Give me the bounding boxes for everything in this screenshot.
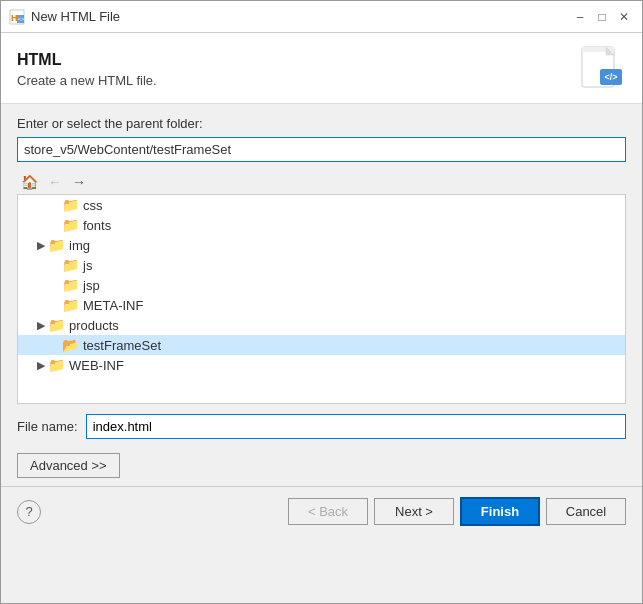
tree-label-products: products (69, 318, 119, 333)
tree-back-button[interactable]: ← (44, 172, 66, 192)
header-section: HTML Create a new HTML file. </> (1, 33, 642, 104)
advanced-section: Advanced >> (1, 449, 642, 486)
svg-text:</>: </> (604, 72, 617, 82)
close-button[interactable]: ✕ (614, 7, 634, 27)
header-title: HTML (17, 51, 157, 69)
html-header-icon: </> (578, 45, 626, 93)
button-bar: ? < Back Next > Finish Cancel (1, 486, 642, 536)
tree-label-img: img (69, 238, 90, 253)
tree-item-testframeset[interactable]: 📂 testFrameSet (18, 335, 625, 355)
folder-icon-web-inf: 📁 (48, 357, 65, 373)
folder-icon-meta-inf: 📁 (62, 297, 79, 313)
tree-item-css[interactable]: 📁 css (18, 195, 625, 215)
expand-icon-products: ▶ (34, 319, 48, 332)
folder-icon-css: 📁 (62, 197, 79, 213)
header-left: HTML Create a new HTML file. (17, 51, 157, 88)
folder-tree[interactable]: 📁 css 📁 fonts ▶ 📁 img 📁 js (17, 194, 626, 404)
header-subtitle: Create a new HTML file. (17, 73, 157, 88)
filename-input[interactable] (86, 414, 626, 439)
tree-home-button[interactable]: 🏠 (17, 172, 42, 192)
folder-section: Enter or select the parent folder: (1, 104, 642, 170)
tree-item-meta-inf[interactable]: 📁 META-INF (18, 295, 625, 315)
tree-item-fonts[interactable]: 📁 fonts (18, 215, 625, 235)
next-button[interactable]: Next > (374, 498, 454, 525)
tree-item-js[interactable]: 📁 js (18, 255, 625, 275)
folder-input[interactable] (17, 137, 626, 162)
dialog-title-icon: H <> (9, 9, 25, 25)
maximize-button[interactable]: □ (592, 7, 612, 27)
tree-item-products[interactable]: ▶ 📁 products (18, 315, 625, 335)
tree-item-web-inf[interactable]: ▶ 📁 WEB-INF (18, 355, 625, 375)
filename-label: File name: (17, 419, 78, 434)
dialog-content: HTML Create a new HTML file. </> Enter o… (1, 33, 642, 603)
expand-icon-web-inf: ▶ (34, 359, 48, 372)
tree-label-css: css (83, 198, 103, 213)
help-button[interactable]: ? (17, 500, 41, 524)
tree-item-jsp[interactable]: 📁 jsp (18, 275, 625, 295)
cancel-button[interactable]: Cancel (546, 498, 626, 525)
folder-icon-img: 📁 (48, 237, 65, 253)
folder-icon-js: 📁 (62, 257, 79, 273)
title-bar: H <> New HTML File – □ ✕ (1, 1, 642, 33)
dialog-title: New HTML File (31, 9, 120, 24)
advanced-button[interactable]: Advanced >> (17, 453, 120, 478)
folder-icon-jsp: 📁 (62, 277, 79, 293)
tree-toolbar: 🏠 ← → (1, 170, 642, 194)
tree-label-meta-inf: META-INF (83, 298, 143, 313)
folder-icon-fonts: 📁 (62, 217, 79, 233)
tree-label-jsp: jsp (83, 278, 100, 293)
tree-label-web-inf: WEB-INF (69, 358, 124, 373)
folder-label: Enter or select the parent folder: (17, 116, 626, 131)
tree-label-testframeset: testFrameSet (83, 338, 161, 353)
folder-icon-products: 📁 (48, 317, 65, 333)
title-bar-buttons: – □ ✕ (570, 7, 634, 27)
tree-label-fonts: fonts (83, 218, 111, 233)
title-bar-left: H <> New HTML File (9, 9, 120, 25)
minimize-button[interactable]: – (570, 7, 590, 27)
folder-icon-testframeset: 📂 (62, 337, 79, 353)
expand-icon-img: ▶ (34, 239, 48, 252)
tree-item-img[interactable]: ▶ 📁 img (18, 235, 625, 255)
new-html-file-dialog: H <> New HTML File – □ ✕ HTML Create a n… (0, 0, 643, 604)
svg-text:<>: <> (18, 16, 26, 22)
tree-label-js: js (83, 258, 92, 273)
back-button[interactable]: < Back (288, 498, 368, 525)
filename-section: File name: (1, 404, 642, 449)
finish-button[interactable]: Finish (460, 497, 540, 526)
tree-forward-button[interactable]: → (68, 172, 90, 192)
